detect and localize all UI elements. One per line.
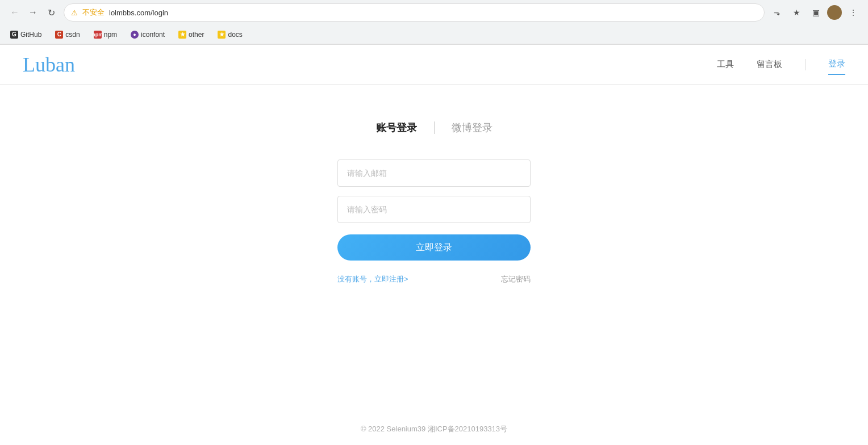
tab-divider [434,121,435,134]
tab-weibo[interactable]: 微博登录 [440,119,504,137]
share-button[interactable]: ⬎ [769,5,785,20]
page-content: Luban 工具 留言板 登录 账号登录 微博登录 立即登录 没有账号，立即注册… [0,45,868,445]
site-header: Luban 工具 留言板 登录 [0,45,868,85]
browser-toolbar: ← → ↻ ⚠ 不安全 lolmbbs.com/login ⬎ ★ ▣ ⋮ [0,0,868,25]
forward-button[interactable]: → [25,5,41,20]
nav-tools[interactable]: 工具 [717,54,734,74]
bookmark-iconfont-label: iconfont [141,31,165,39]
bookmark-docs[interactable]: ★ docs [214,30,245,40]
bookmark-button[interactable]: ★ [788,5,804,20]
email-input[interactable] [337,159,531,187]
login-footer: 没有账号，立即注册> 忘记密码 [337,274,531,284]
login-form: 立即登录 [337,159,531,261]
login-submit-button[interactable]: 立即登录 [337,234,531,261]
url-display: lolmbbs.com/login [109,9,757,17]
browser-actions: ⬎ ★ ▣ ⋮ [769,5,861,20]
login-tabs: 账号登录 微博登录 [365,119,504,137]
tab-account[interactable]: 账号登录 [365,119,428,137]
page-footer: © 2022 Selenium39 湘ICP备20210193313号 [0,424,868,434]
bookmarks-bar: G GitHub C csdn npm npm ● iconfont ★ oth… [0,25,868,44]
bookmark-other[interactable]: ★ other [175,30,207,40]
profile-button[interactable] [827,5,842,20]
menu-button[interactable]: ⋮ [845,5,861,20]
docs-icon: ★ [218,31,226,39]
nav-board[interactable]: 留言板 [757,54,782,74]
bookmark-npm[interactable]: npm npm [90,30,120,40]
bookmark-npm-label: npm [104,31,117,39]
reload-button[interactable]: ↻ [43,5,59,20]
bookmark-docs-label: docs [228,31,242,39]
site-nav: 工具 留言板 登录 [717,54,845,75]
copyright-text: © 2022 Selenium39 湘ICP备20210193313号 [361,425,507,433]
npm-icon: npm [94,31,102,39]
github-icon: G [10,31,18,39]
other-icon: ★ [178,31,186,39]
nav-icons: ← → ↻ [7,5,59,20]
iconfont-icon: ● [131,31,139,39]
forgot-password-link[interactable]: 忘记密码 [501,274,531,284]
address-bar[interactable]: ⚠ 不安全 lolmbbs.com/login [64,3,765,22]
window-button[interactable]: ▣ [808,5,824,20]
bookmark-other-label: other [189,31,204,39]
bookmark-github[interactable]: G GitHub [7,30,45,40]
security-icon: ⚠ [71,9,78,17]
password-input[interactable] [337,196,531,223]
site-logo[interactable]: Luban [23,53,717,77]
register-link[interactable]: 没有账号，立即注册> [337,274,408,284]
back-button[interactable]: ← [7,5,23,20]
bookmark-csdn[interactable]: C csdn [52,30,83,40]
nav-login[interactable]: 登录 [828,54,845,75]
bookmark-csdn-label: csdn [65,31,80,39]
bookmark-iconfont[interactable]: ● iconfont [127,30,168,40]
csdn-icon: C [55,31,63,39]
bookmark-github-label: GitHub [20,31,41,39]
login-section: 账号登录 微博登录 立即登录 没有账号，立即注册> 忘记密码 [0,85,868,284]
security-label: 不安全 [82,7,105,18]
nav-divider [805,59,806,70]
browser-chrome: ← → ↻ ⚠ 不安全 lolmbbs.com/login ⬎ ★ ▣ ⋮ G … [0,0,868,45]
